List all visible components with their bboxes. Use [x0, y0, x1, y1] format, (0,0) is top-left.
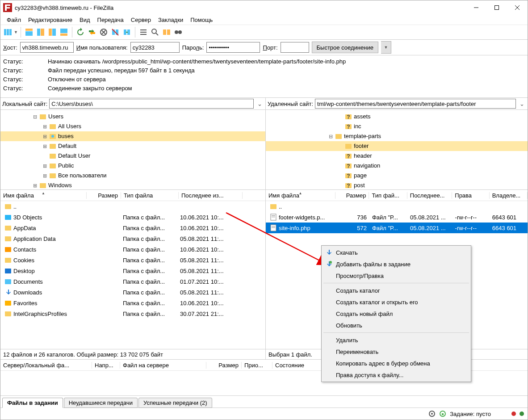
refresh-button[interactable] [75, 27, 86, 38]
col-size[interactable]: Размер [87, 192, 121, 199]
user-input[interactable] [130, 42, 180, 53]
lock-icon[interactable] [439, 410, 446, 417]
toggle-queue-button[interactable] [59, 27, 69, 38]
qcol-prio[interactable]: Прио... [242, 362, 272, 369]
local-file-list[interactable]: ▲Имя файла Размер Тип файла Последнее из… [0, 190, 265, 349]
menu-server[interactable]: Сервер [127, 16, 155, 24]
tree-item[interactable]: ⊞All Users [0, 122, 265, 131]
list-row[interactable]: DocumentsПапка с файл...01.07.2021 10:..… [0, 276, 265, 287]
tree-item[interactable]: ?inc [266, 122, 528, 131]
tree-item[interactable]: ⊟Users [0, 112, 265, 122]
list-row[interactable]: DesktopПапка с файл...05.08.2021 11:... [0, 265, 265, 276]
menu-item[interactable]: Права доступа к файлу... [323, 369, 470, 381]
list-row[interactable]: .. [266, 201, 528, 212]
menu-item[interactable]: Обновить [323, 319, 470, 331]
menu-item[interactable]: Копировать адрес в буфер обмена [323, 357, 470, 369]
port-input[interactable] [281, 42, 309, 53]
disconnect-button[interactable] [110, 27, 121, 38]
qcol-dir[interactable]: Напр... [92, 362, 120, 369]
expand-icon[interactable]: ⊞ [42, 131, 48, 141]
list-row[interactable]: ContactsПапка с файл...10.06.2021 10:... [0, 244, 265, 255]
list-row[interactable]: footer-widgets.p...736Файл "P...05.08.20… [266, 212, 528, 223]
tree-item[interactable]: ⊞buses [0, 131, 265, 141]
tab-queued[interactable]: Файлы в задании [2, 398, 63, 408]
tree-item[interactable]: ⊞Default [0, 141, 265, 151]
tree-item[interactable]: ?assets [266, 112, 528, 122]
menu-item[interactable]: Удалить [323, 334, 470, 346]
menu-view[interactable]: Вид [76, 16, 94, 24]
list-row[interactable]: site-info.php572Файл "P...05.08.2021 ...… [266, 223, 528, 233]
tree-item[interactable]: ⊟template-parts [266, 131, 528, 141]
expand-icon[interactable]: ⊟ [32, 112, 38, 122]
maximize-button[interactable] [486, 1, 507, 14]
col-type[interactable]: Тип файла [121, 192, 179, 199]
list-row[interactable]: IntelGraphicsProfilesПапка с файл...30.0… [0, 308, 265, 319]
remote-path-input[interactable] [315, 99, 516, 109]
remote-tree[interactable]: ?assets?inc⊟template-partsfooter?header?… [266, 110, 528, 190]
sitemanager-button[interactable] [2, 27, 13, 38]
col-type[interactable]: Тип фай... [369, 192, 407, 199]
compare-button[interactable] [161, 27, 172, 38]
menu-bookmarks[interactable]: Закладки [155, 16, 187, 24]
tab-success[interactable]: Успешные передачи (2) [138, 398, 212, 408]
tree-item[interactable]: ⊞Public [0, 161, 265, 171]
close-button[interactable] [507, 1, 528, 14]
col-mod[interactable]: Последнее... [407, 192, 453, 199]
chevron-down-icon[interactable]: ⌄ [518, 101, 526, 107]
tab-failed[interactable]: Неудавшиеся передачи [64, 398, 138, 408]
reconnect-button[interactable] [122, 27, 132, 38]
tree-item[interactable]: Default User [0, 151, 265, 161]
menu-edit[interactable]: Редактирование [25, 16, 76, 24]
message-log[interactable]: Статус:Начинаю скачивать /wordpress/publ… [0, 55, 528, 98]
host-input[interactable] [20, 42, 74, 53]
menu-item[interactable]: Создать каталог и открыть его [323, 296, 470, 308]
expand-icon[interactable]: ⊟ [327, 131, 334, 141]
col-name[interactable]: ▲Имя файла [0, 192, 87, 199]
chevron-down-icon[interactable]: ⌄ [256, 101, 264, 107]
expand-icon[interactable]: ⊞ [42, 141, 48, 151]
pass-input[interactable] [206, 42, 260, 53]
cancel-button[interactable] [98, 27, 109, 38]
menu-file[interactable]: Файл [3, 16, 25, 24]
tree-item[interactable]: ?header [266, 151, 528, 161]
gear-icon[interactable] [428, 410, 436, 417]
tree-item[interactable]: ?post [266, 181, 528, 190]
menu-item[interactable]: Создать новый файл [323, 308, 470, 319]
col-size[interactable]: Размер [335, 192, 369, 199]
sync-browse-button[interactable] [173, 27, 184, 38]
minimize-button[interactable] [466, 1, 486, 14]
expand-icon[interactable]: ⊞ [42, 171, 48, 181]
tree-item[interactable]: footer [266, 141, 528, 151]
filter-button[interactable] [138, 27, 149, 38]
col-perm[interactable]: Права [452, 192, 489, 199]
quickconnect-button[interactable]: Быстрое соединение [312, 42, 378, 53]
list-row[interactable]: DownloadsПапка с файл...05.08.2021 11:..… [0, 287, 265, 298]
list-row[interactable]: Application DataПапка с файл...05.08.202… [0, 233, 265, 244]
list-row[interactable]: AppDataПапка с файл...10.06.2021 10:... [0, 223, 265, 233]
local-tree[interactable]: ⊟Users⊞All Users⊞buses⊞DefaultDefault Us… [0, 110, 265, 190]
list-row[interactable]: .. [0, 201, 265, 212]
tree-item[interactable]: ?navigation [266, 161, 528, 171]
process-queue-button[interactable] [87, 27, 97, 38]
menu-item[interactable]: Переименовать [323, 346, 470, 357]
toggle-log-button[interactable] [24, 27, 34, 38]
local-path-input[interactable] [49, 99, 254, 109]
menu-item[interactable]: Добавить файлы в задание [323, 258, 470, 270]
menu-help[interactable]: Помощь [187, 16, 216, 24]
qcol-remote[interactable]: Файл на сервере [120, 362, 206, 369]
col-mod[interactable]: Последнее из... [179, 192, 243, 199]
menu-item[interactable]: Создать каталог [323, 285, 470, 296]
col-owner[interactable]: Владеле... [490, 192, 528, 199]
expand-icon[interactable]: ⊞ [32, 181, 38, 190]
menu-item[interactable]: Просмотр/Правка [323, 270, 470, 281]
menu-item[interactable]: Скачать [323, 247, 470, 258]
quickconnect-dropdown[interactable]: ▼ [381, 41, 391, 54]
list-row[interactable]: 3D ObjectsПапка с файл...10.06.2021 10:.… [0, 212, 265, 223]
search-button[interactable] [150, 27, 160, 38]
tree-item[interactable]: ⊞Все пользователи [0, 171, 265, 181]
qcol-size[interactable]: Размер [206, 362, 242, 369]
list-row[interactable]: FavoritesПапка с файл...10.06.2021 10:..… [0, 298, 265, 308]
menu-transfer[interactable]: Передача [94, 16, 127, 24]
qcol-server[interactable]: Сервер/Локальный фа... [0, 362, 92, 369]
tree-item[interactable]: ⊞Windows [0, 181, 265, 190]
